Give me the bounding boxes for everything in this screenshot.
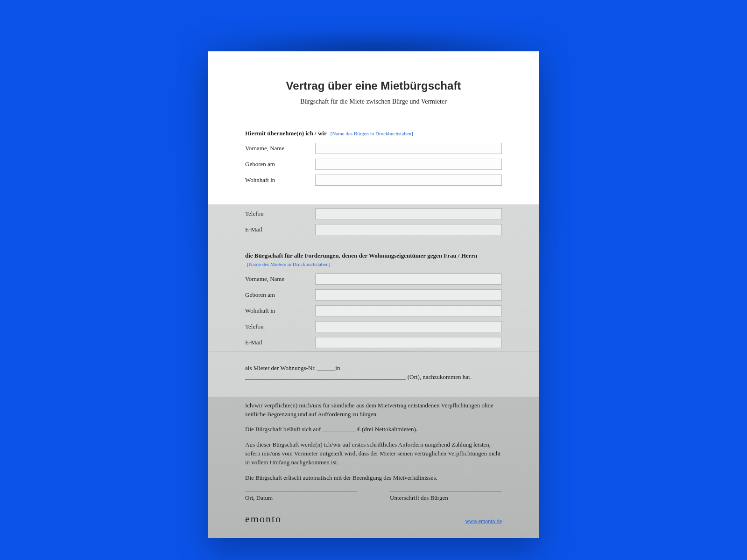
tenant-born-input[interactable] <box>315 289 502 301</box>
body-p5: Die Bürgschaft erlischt automatisch mit … <box>245 474 502 483</box>
tenant-phone-label: Telefon <box>245 323 315 330</box>
guarantor-phone-label: Telefon <box>245 210 315 217</box>
guarantor-name-label: Vorname, Name <box>245 145 315 152</box>
body-p1: als Mieter der Wohnungs-Nr. ______in ___… <box>245 364 502 382</box>
guarantor-email-input[interactable] <box>315 224 502 235</box>
guarantor-phone-input[interactable] <box>315 208 502 219</box>
document-subtitle: Bürgschaft für die Miete zwischen Bürge … <box>245 98 502 105</box>
signature-line-right <box>390 491 502 491</box>
guarantor-born-label: Geboren am <box>245 161 315 168</box>
guarantor-email-label: E-Mail <box>245 226 315 233</box>
document-title: Vertrag über eine Mietbürgschaft <box>245 79 502 92</box>
guarantor-address-label: Wohnhaft in <box>245 176 315 184</box>
body-p4: Aus dieser Bürgschaft werde(n) ich/wir a… <box>245 441 502 467</box>
tenant-name-input[interactable] <box>315 273 502 285</box>
guarantor-address-input[interactable] <box>315 175 502 186</box>
signature-label-right: Unterschrift des Bürgen <box>390 494 502 502</box>
tenant-born-label: Geboren am <box>245 291 315 299</box>
guarantor-born-input[interactable] <box>315 159 502 170</box>
footer-link[interactable]: www.emonto.de <box>465 518 502 525</box>
brand-logo: emonto <box>245 513 282 525</box>
signature-line-left <box>245 491 357 491</box>
body-p2: Ich/wir verpflichte(n) mich/uns für sämt… <box>245 401 502 419</box>
section1-hint: [Name des Bürgen in Druckbuchstaben] <box>331 131 413 136</box>
document-page: Vertrag über eine Mietbürgschaft Bürgsch… <box>208 51 539 538</box>
tenant-address-label: Wohnhaft in <box>245 307 315 315</box>
tenant-email-input[interactable] <box>315 337 502 348</box>
signature-label-left: Ort, Datum <box>245 494 357 502</box>
section2-hint: [Name des Mieters in Druckbuchstaben] <box>247 261 330 267</box>
tenant-name-label: Vorname, Name <box>245 275 315 283</box>
tenant-phone-input[interactable] <box>315 321 502 332</box>
section2-lead: die Bürgschaft für alle Forderungen, den… <box>245 252 477 259</box>
body-p3: Die Bürgschaft beläuft sich auf ________… <box>245 425 502 434</box>
section1-lead: Hiermit übernehme(n) ich / wir <box>245 130 327 137</box>
guarantor-name-input[interactable] <box>315 143 502 154</box>
tenant-address-input[interactable] <box>315 305 502 316</box>
tenant-email-label: E-Mail <box>245 339 315 346</box>
